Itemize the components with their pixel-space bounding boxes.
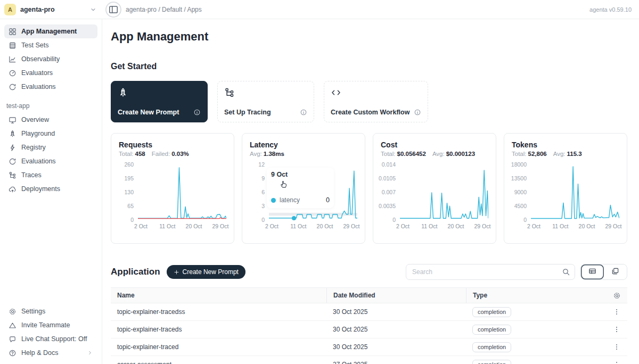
table-view-button[interactable]	[581, 264, 604, 279]
y-axis-labels: 260195130650	[119, 164, 138, 220]
row-menu-dots-icon[interactable]	[613, 361, 620, 364]
table-row[interactable]: topic-explainer-traced 30 Oct 2025 compl…	[111, 338, 627, 356]
card-label: Create Custom Workflow	[331, 109, 409, 116]
cell-name: topic-explainer-traced	[111, 343, 326, 351]
page-title: App Management	[111, 30, 627, 44]
sidebar-top-group: App Management Test Sets Observability E…	[4, 24, 97, 94]
lightning-icon	[9, 144, 17, 152]
get-started-heading: Get Started	[111, 62, 627, 71]
sidebar-item-observability[interactable]: Observability	[4, 52, 97, 66]
sidebar-item-evaluations[interactable]: Evaluations	[4, 154, 97, 168]
chart-plot[interactable]	[138, 164, 226, 220]
code-icon	[331, 87, 341, 98]
chart-stats: Total:$0.056452Avg:$0.000123	[381, 151, 488, 157]
sidebar-item-test-sets[interactable]: Test Sets	[4, 38, 97, 52]
chevdown-icon	[89, 6, 97, 13]
application-heading: Application	[111, 267, 160, 277]
cell-name: career-assessment	[111, 361, 326, 364]
chart-card-latency: LatencyAvg:1.38ms1296302 Oct11 Oct20 Oct…	[242, 133, 365, 244]
card-view-icon	[611, 267, 619, 277]
sidebar-item-registry[interactable]: Registry	[4, 140, 97, 154]
breadcrumb: agenta-pro / Default / Apps	[126, 6, 202, 13]
chart-title: Cost	[381, 140, 488, 149]
sidebar-bottom-group: Settings Invite Teammate Live Chat Suppo…	[4, 304, 97, 360]
row-menu-dots-icon[interactable]	[613, 343, 620, 351]
tooltip-value: 0	[326, 196, 330, 204]
sidebar-item-traces[interactable]: Traces	[4, 168, 97, 182]
sidebar-section-label: test-app	[6, 102, 95, 110]
main-content: App Management Get Started Create New Pr…	[102, 19, 639, 364]
cloud-icon	[9, 185, 17, 193]
y-axis-labels: 129630	[250, 164, 269, 220]
rocket-icon	[118, 87, 128, 98]
rocket-icon	[9, 130, 17, 138]
y-axis-labels: 1800013500900045000	[512, 164, 531, 220]
workspace-avatar: A	[4, 4, 16, 15]
search-box	[406, 264, 575, 280]
sidebar-item-invite-teammate[interactable]: Invite Teammate	[4, 318, 97, 332]
info-icon[interactable]	[193, 109, 201, 116]
sidebar-item-app-management[interactable]: App Management	[4, 24, 97, 38]
chat-icon	[9, 335, 17, 343]
app-root: A agenta-pro agenta-pro / Default / Apps…	[0, 0, 639, 364]
table-settings-gear-icon[interactable]	[613, 292, 621, 300]
chart-card-requests: RequestsTotal:458Failed:0.03%26019513065…	[111, 133, 234, 244]
table-header: Name Date Modified Type	[111, 287, 627, 303]
sidebar-item-settings[interactable]: Settings	[4, 304, 97, 318]
search-input[interactable]	[406, 264, 575, 280]
sidebar-item-playground[interactable]: Playground	[4, 127, 97, 140]
table-row[interactable]: career-assessment 27 Oct 2025 completion	[111, 356, 627, 364]
refresh-icon	[9, 83, 17, 91]
cell-date-modified: 27 Oct 2025	[326, 361, 466, 364]
cell-date-modified: 30 Oct 2025	[326, 308, 466, 316]
chevright-icon	[87, 350, 93, 356]
column-header-name[interactable]: Name	[111, 288, 326, 303]
row-menu-dots-icon[interactable]	[613, 326, 620, 333]
sidebar-toggle-ring	[105, 2, 121, 18]
cell-date-modified: 30 Oct 2025	[326, 343, 466, 351]
table-row[interactable]: topic-explainer-tracedss 30 Oct 2025 com…	[111, 303, 627, 321]
get-started-card-set-up-tracing[interactable]: Set Up Tracing	[217, 81, 314, 122]
sidebar-item-deployments[interactable]: Deployments	[4, 182, 97, 196]
column-header-date-modified[interactable]: Date Modified	[326, 288, 466, 303]
chart-plot[interactable]	[531, 164, 619, 220]
card-label: Create New Prompt	[118, 109, 179, 116]
sidebar-item-evaluations[interactable]: Evaluations	[4, 80, 97, 94]
gear-icon	[9, 308, 17, 316]
card-label: Set Up Tracing	[224, 109, 271, 116]
get-started-card-create-custom-workflow[interactable]: Create Custom Workflow	[324, 81, 428, 122]
chart-card-tokens: TokensTotal:52,806Avg:115.31800013500900…	[504, 133, 627, 244]
get-started-card-create-new-prompt[interactable]: Create New Prompt	[111, 81, 208, 122]
type-badge: completion	[472, 325, 511, 335]
help-icon	[9, 349, 17, 357]
application-header: Application Create New Prompt	[111, 264, 627, 280]
row-menu-dots-icon[interactable]	[613, 308, 620, 316]
view-toggle	[580, 264, 627, 280]
column-header-type[interactable]: Type	[466, 288, 606, 303]
table-body: topic-explainer-tracedss 30 Oct 2025 com…	[111, 303, 627, 364]
sidebar-item-live-chat-support-off[interactable]: Live Chat Support: Off	[4, 332, 97, 346]
type-badge: completion	[472, 342, 511, 352]
create-new-prompt-button[interactable]: Create New Prompt	[167, 265, 245, 279]
cursor-icon	[280, 179, 289, 189]
gauge-icon	[9, 69, 17, 77]
info-icon[interactable]	[414, 109, 421, 116]
sidebar-toggle-button[interactable]	[108, 4, 119, 15]
card-view-button[interactable]	[604, 264, 627, 279]
list-icon	[9, 42, 17, 49]
chart-plot[interactable]	[400, 164, 488, 220]
sidebar-item-overview[interactable]: Overview	[4, 113, 97, 127]
tooltip-series-name: latency	[280, 196, 300, 204]
sidebar-item-help-docs[interactable]: Help & Docs	[4, 346, 97, 360]
grid-icon	[9, 28, 17, 36]
x-axis-labels: 2 Oct11 Oct20 Oct29 Oct	[400, 223, 488, 231]
info-icon[interactable]	[300, 109, 307, 116]
sidebar-item-evaluators[interactable]: Evaluators	[4, 66, 97, 80]
get-started-cards: Create New Prompt Set Up Tracing Create …	[111, 81, 627, 122]
workspace-switcher[interactable]: A agenta-pro	[0, 4, 102, 15]
tree-icon	[224, 87, 235, 98]
cell-date-modified: 30 Oct 2025	[326, 326, 466, 333]
table-row[interactable]: topic-explainer-traceds 30 Oct 2025 comp…	[111, 321, 627, 338]
hover-marker-dot	[292, 216, 296, 220]
app-version: agenta v0.59.10	[589, 6, 639, 13]
